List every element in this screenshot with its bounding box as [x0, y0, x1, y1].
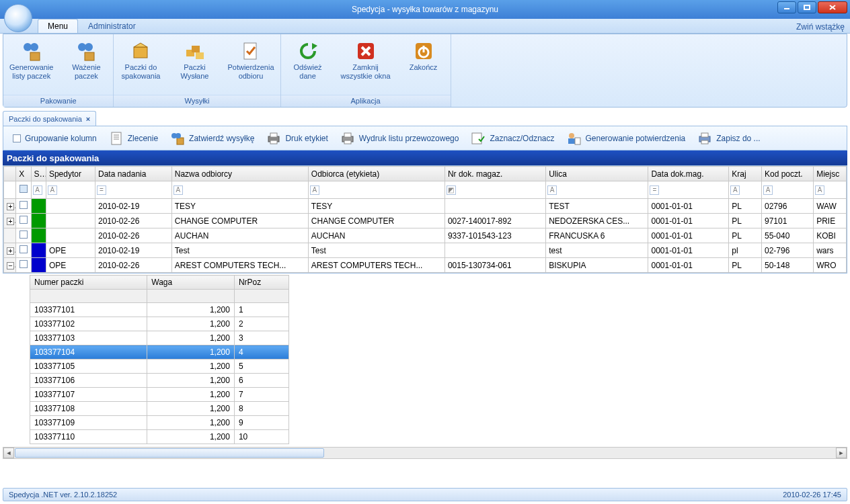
- filter-op[interactable]: =: [650, 185, 659, 195]
- sub-row[interactable]: 1033771041,2004: [30, 345, 289, 360]
- sub-row[interactable]: 1033771021,2002: [30, 317, 289, 331]
- zakoncz-button[interactable]: Zakończ: [398, 37, 449, 93]
- filter-op[interactable]: ◩: [447, 185, 456, 195]
- status-version: Spedycja .NET ver. 2.10.2.18252: [9, 491, 117, 499]
- scroll-thumb[interactable]: [15, 448, 324, 458]
- filter-op[interactable]: A: [173, 185, 183, 195]
- table-row[interactable]: +2010-02-26CHANGE COMPUTERCHANGE COMPUTE…: [4, 214, 847, 228]
- filter-input-odbiorca[interactable]: [319, 184, 439, 196]
- row-checkbox[interactable]: [20, 216, 28, 224]
- filter-input-data_nad[interactable]: [106, 184, 166, 196]
- col-nrdok[interactable]: Nr dok. magaz.: [445, 167, 545, 181]
- filter-input-nazwa[interactable]: [183, 184, 303, 196]
- paczki-spak-button[interactable]: Paczki dospakowania: [115, 37, 166, 93]
- col-kraj[interactable]: Kraj: [729, 167, 762, 181]
- collapse-ribbon-link[interactable]: Zwiń wstążkę: [796, 22, 845, 33]
- filter-op[interactable]: A: [310, 185, 319, 195]
- zatwierdz-button[interactable]: Zatwierdź wysyłkę: [166, 128, 258, 149]
- druk-etykiet-button[interactable]: Druk etykiet: [262, 128, 332, 149]
- col-odbiorca[interactable]: Odbiorca (etykieta): [308, 167, 445, 181]
- col-ulica[interactable]: Ulica: [546, 167, 648, 181]
- zaznacz-button[interactable]: Zaznacz/Odznacz: [467, 128, 558, 149]
- filter-op[interactable]: A: [815, 185, 824, 195]
- filter-op[interactable]: A: [763, 185, 773, 195]
- app-orb[interactable]: [4, 4, 32, 32]
- col-spedytor[interactable]: Spedytor: [46, 167, 95, 181]
- minimize-button[interactable]: [777, 1, 796, 13]
- filter-input-kod[interactable]: [773, 184, 808, 196]
- scroll-left-button[interactable]: ◄: [3, 448, 14, 458]
- svg-rect-9: [85, 52, 94, 60]
- table-row[interactable]: −OPE2010-02-26AREST COMPUTERS TECH...ARE…: [4, 258, 847, 273]
- sub-row[interactable]: 1033771081,2008: [30, 402, 289, 416]
- expand-toggle[interactable]: +: [7, 203, 14, 210]
- status-swatch: [32, 258, 46, 272]
- col-miejsc[interactable]: Miejsc: [814, 167, 847, 181]
- zapisz-button[interactable]: Zapisz do ...: [693, 128, 764, 149]
- subcol-numer[interactable]: Numer paczki: [30, 276, 147, 290]
- horizontal-scrollbar[interactable]: ◄ ►: [3, 447, 847, 459]
- sub-row[interactable]: 1033771051,2005: [30, 360, 289, 374]
- subcol-nrpoz[interactable]: NrPoz: [234, 276, 288, 290]
- filter-input-ulica[interactable]: [557, 184, 642, 196]
- filter-op[interactable]: A: [730, 185, 740, 195]
- wydruk-listu-button[interactable]: Wydruk listu przewozowego: [336, 128, 463, 149]
- col-kod[interactable]: Kod poczt.: [762, 167, 814, 181]
- sub-row[interactable]: 1033771101,20010: [30, 430, 289, 444]
- row-checkbox[interactable]: [20, 201, 28, 209]
- gen-listy-button[interactable]: Generowanielisty paczek: [5, 37, 58, 93]
- col-x[interactable]: X: [16, 167, 31, 181]
- zamknij-okna-button[interactable]: Zamknijwszystkie okna: [336, 37, 395, 93]
- scroll-right-button[interactable]: ►: [836, 448, 847, 458]
- col-data_nad[interactable]: Data nadania: [95, 167, 172, 181]
- potw-odb-button[interactable]: Potwierdzeniaodbioru: [223, 37, 278, 93]
- subcol-waga[interactable]: Waga: [147, 276, 235, 290]
- status-swatch: [32, 243, 46, 257]
- sub-row[interactable]: 1033771071,2007: [30, 388, 289, 402]
- expand-toggle[interactable]: +: [7, 247, 14, 255]
- filter-op[interactable]: A: [48, 185, 57, 195]
- filter-op[interactable]: A: [33, 185, 42, 195]
- col-datamag[interactable]: Data dok.mag.: [648, 167, 729, 181]
- ribbon-tab-administrator[interactable]: Administrator: [78, 19, 146, 33]
- maximize-button[interactable]: [798, 1, 816, 13]
- filter-op[interactable]: =: [97, 185, 106, 195]
- gen-potwierdzenia-button[interactable]: Generowanie potwierdzenia: [562, 128, 689, 149]
- row-checkbox[interactable]: [20, 260, 28, 268]
- expand-toggle[interactable]: +: [7, 218, 14, 225]
- document-tab[interactable]: Paczki do spakowania ×: [3, 111, 96, 126]
- sub-row[interactable]: 1033771011,2001: [30, 303, 289, 317]
- close-tab-icon[interactable]: ×: [86, 115, 90, 123]
- filter-op[interactable]: A: [547, 185, 557, 195]
- svg-rect-6: [30, 52, 40, 60]
- paczki-wysl-button[interactable]: PaczkiWysłane: [169, 37, 220, 93]
- row-checkbox[interactable]: [20, 230, 28, 239]
- filter-input-spedytor[interactable]: [57, 184, 89, 196]
- col-st[interactable]: ST: [31, 167, 46, 181]
- filter-input-miejsc[interactable]: [824, 184, 841, 196]
- filter-input-nrdok[interactable]: [456, 184, 540, 196]
- expand-toggle[interactable]: −: [7, 262, 14, 269]
- status-swatch: [32, 199, 46, 213]
- table-row[interactable]: 2010-02-26AUCHANAUCHAN9337-101543-123FRA…: [4, 228, 847, 243]
- svg-rect-27: [177, 138, 184, 144]
- checkbox-icon[interactable]: [13, 134, 21, 142]
- status-swatch: [32, 214, 46, 228]
- row-checkbox[interactable]: [20, 245, 28, 253]
- group-columns-toggle[interactable]: Grupowanie kolumn: [9, 131, 101, 146]
- filter-check[interactable]: [20, 185, 28, 193]
- zlecenie-button[interactable]: Zlecenie: [105, 128, 162, 149]
- ribbon-tab-menu[interactable]: Menu: [38, 19, 78, 33]
- document-tab-label: Paczki do spakowania: [9, 115, 82, 123]
- sub-row[interactable]: 1033771061,2006: [30, 374, 289, 388]
- filter-input-kraj[interactable]: [740, 184, 756, 196]
- table-row[interactable]: +OPE2010-02-19TestTesttest0001-01-01pl02…: [4, 243, 847, 258]
- filter-input-datamag[interactable]: [659, 184, 723, 196]
- odswiez-button[interactable]: Odświeżdane: [282, 37, 334, 93]
- col-nazwa[interactable]: Nazwa odbiorcy: [171, 167, 308, 181]
- table-row[interactable]: +2010-02-19TESYTESYTEST0001-01-01PL02796…: [4, 199, 847, 214]
- sub-row[interactable]: 1033771091,2009: [30, 416, 289, 430]
- wazenie-button[interactable]: Ważeniepaczek: [61, 37, 112, 93]
- close-button[interactable]: [818, 1, 847, 13]
- sub-row[interactable]: 1033771031,2003: [30, 331, 289, 345]
